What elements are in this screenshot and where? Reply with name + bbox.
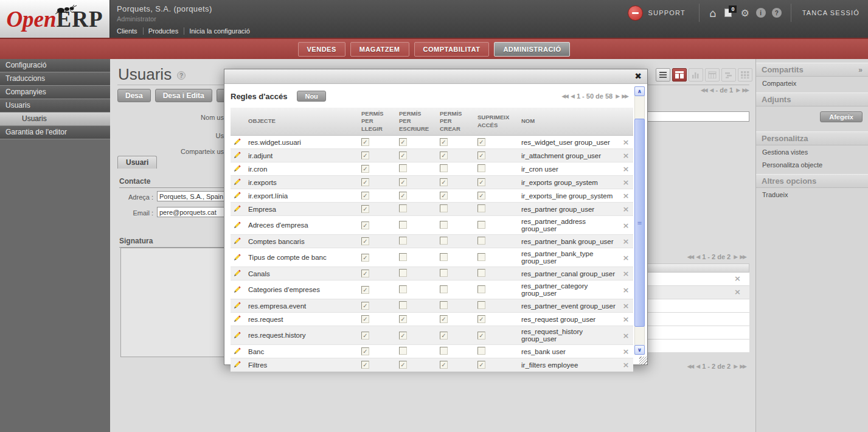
shortcut-link[interactable]: Productes [148,27,185,35]
next-page-icon[interactable]: ▶ [734,254,737,260]
object-cell[interactable]: Filtres [245,358,358,372]
permission-checkbox[interactable] [399,237,407,245]
help-icon[interactable]: ? [772,8,782,18]
last-page-icon[interactable]: ▶▶ [740,363,746,369]
permission-checkbox[interactable]: ✓ [399,315,407,323]
object-cell[interactable]: res.request [245,313,358,326]
permission-checkbox[interactable] [440,221,448,229]
sidebar-item[interactable]: Traduccions [0,72,110,86]
permission-checkbox[interactable]: ✓ [361,205,369,213]
shortcut-link[interactable]: Inicia la configuració [189,27,255,35]
object-cell[interactable]: ir.adjunt [245,149,358,162]
object-cell[interactable]: Tipus de compte de banc [245,248,358,267]
permission-checkbox[interactable] [440,253,448,261]
delete-row-icon[interactable]: × [623,151,630,160]
afegeix-button[interactable]: Afegeix [820,111,863,122]
permission-checkbox[interactable]: ✓ [440,178,448,186]
new-button[interactable]: Nou [297,91,325,102]
scrollbar-thumb[interactable]: ≡ [634,119,645,327]
last-page-icon[interactable]: ▶▶ [742,87,748,93]
permission-checkbox[interactable]: ✓ [477,332,485,340]
permission-checkbox[interactable] [399,204,407,212]
close-icon[interactable]: ✖ [634,71,642,81]
info-icon[interactable]: i [756,8,766,18]
permission-checkbox[interactable]: ✓ [361,178,369,186]
edit-pencil-icon[interactable] [234,301,241,310]
expand-icon[interactable]: » [858,63,863,77]
permission-checkbox[interactable]: ✓ [361,270,369,277]
edit-pencil-icon[interactable] [234,191,241,200]
permission-checkbox[interactable]: ✓ [440,192,448,200]
permission-checkbox[interactable] [399,347,407,355]
next-page-icon[interactable]: ▶ [736,87,739,93]
permission-checkbox[interactable]: ✓ [440,315,448,323]
object-cell[interactable]: ir.export.línia [245,189,358,203]
permission-checkbox[interactable]: ✓ [399,192,407,200]
permission-checkbox[interactable] [399,285,407,293]
first-page-icon[interactable]: ◀◀ [701,87,707,93]
object-cell[interactable]: res.empresa.event [245,299,358,313]
sidebar-action-link[interactable]: Personalitza objecte [756,158,868,171]
edit-pencil-icon[interactable] [234,164,241,173]
edit-pencil-icon[interactable] [234,237,241,246]
delete-row-icon[interactable]: × [623,269,630,278]
permission-checkbox[interactable]: ✓ [399,361,407,369]
edit-pencil-icon[interactable] [234,253,241,262]
permission-checkbox[interactable]: ✓ [399,138,407,146]
permission-checkbox[interactable] [477,237,485,245]
delete-row-icon[interactable]: × [623,360,630,369]
permission-checkbox[interactable]: ✓ [477,178,485,186]
sidebar-action-link[interactable]: Gestiona vistes [756,145,868,158]
permission-checkbox[interactable] [477,221,485,229]
permission-checkbox[interactable] [440,285,448,293]
permission-checkbox[interactable] [440,237,448,245]
last-page-icon[interactable]: ▶▶ [740,254,746,260]
permission-checkbox[interactable]: ✓ [477,138,485,146]
delete-row-icon[interactable]: × [623,191,630,200]
sidebar-item[interactable]: Usuaris [0,113,110,126]
delete-row-icon[interactable]: × [734,274,741,282]
permission-checkbox[interactable]: ✓ [477,361,485,369]
delete-row-icon[interactable]: × [623,331,630,340]
delete-row-icon[interactable]: × [623,178,630,187]
first-page-icon[interactable]: ◀◀ [687,363,693,369]
permission-checkbox[interactable]: ✓ [361,286,369,294]
dialog-titlebar[interactable]: ✖ [224,69,647,84]
first-page-icon[interactable]: ◀◀ [687,254,693,260]
object-cell[interactable]: res.request.history [245,326,358,345]
next-page-icon[interactable]: ▶ [616,93,619,99]
shortcut-link[interactable]: Clients [117,27,144,35]
permission-checkbox[interactable] [477,301,485,309]
permission-checkbox[interactable]: ✓ [440,152,448,159]
permission-checkbox[interactable]: ✓ [440,138,448,146]
sidebar-action-link[interactable]: Tradueix [756,188,868,201]
permission-checkbox[interactable]: ✓ [361,165,369,173]
permission-checkbox[interactable]: ✓ [361,347,369,355]
app-tab-magatzem[interactable]: MAGATZEM [350,42,409,57]
permission-checkbox[interactable] [399,253,407,261]
logout-button[interactable]: TANCA SESSIÓ [802,9,859,16]
prev-page-icon[interactable]: ◀ [710,87,713,93]
object-cell[interactable]: res.widget.usuari [245,136,358,149]
object-cell[interactable]: ir.cron [245,162,358,176]
first-page-icon[interactable]: ◀◀ [561,93,568,99]
permission-checkbox[interactable]: ✓ [361,237,369,245]
permission-checkbox[interactable]: ✓ [361,152,369,159]
edit-pencil-icon[interactable] [234,347,241,356]
edit-pencil-icon[interactable] [234,315,241,324]
requests-icon[interactable]: 0 [724,9,732,17]
object-cell[interactable]: ir.exports [245,176,358,189]
permission-checkbox[interactable]: ✓ [477,315,485,323]
permission-checkbox[interactable]: ✓ [440,332,448,340]
resize-grip[interactable] [639,357,647,364]
prev-page-icon[interactable]: ◀ [696,254,699,260]
delete-row-icon[interactable]: × [623,285,630,294]
home-icon[interactable]: ⌂ [709,7,716,19]
edit-pencil-icon[interactable] [234,360,241,369]
permission-checkbox[interactable]: ✓ [399,178,407,186]
permission-checkbox[interactable]: ✓ [361,332,369,340]
object-cell[interactable]: Canals [245,267,358,280]
help-badge-icon[interactable]: ? [177,71,186,80]
permission-checkbox[interactable]: ✓ [477,192,485,200]
edit-pencil-icon[interactable] [234,331,241,340]
